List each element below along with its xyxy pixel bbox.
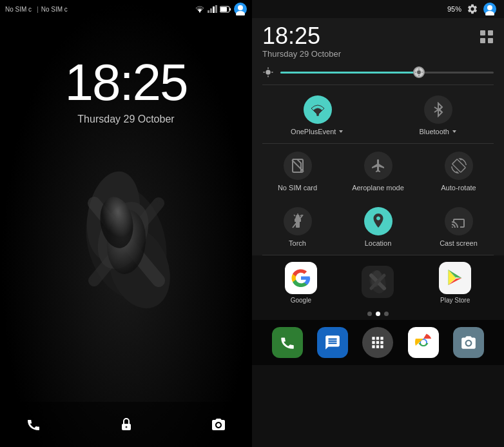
- lock-bottom-bar: [0, 402, 252, 447]
- notif-time-block: 18:25 Thursday 29 October: [262, 25, 341, 59]
- location-tile-icon: [364, 207, 393, 235]
- dock-messages[interactable]: [317, 327, 348, 358]
- playstore-icon-bg: [439, 262, 471, 294]
- signal-status-icon: [207, 5, 217, 13]
- tiles-row-3: Torch Location Cast screen: [252, 199, 504, 255]
- battery-status-icon: [220, 6, 231, 13]
- notif-date: Thursday 29 October: [262, 49, 341, 59]
- dot-1[interactable]: [367, 312, 372, 316]
- lock-screen: No SIM c | No SIM c: [0, 0, 252, 447]
- page-dots: [252, 308, 504, 320]
- torch-tile-icon: [284, 207, 312, 235]
- dock-phone[interactable]: [272, 327, 303, 358]
- brightness-row[interactable]: [252, 63, 504, 84]
- tile-nosim[interactable]: No SIM card: [257, 144, 338, 199]
- lock-time-section: 18:25 Thursday 29 October: [64, 57, 187, 125]
- camera-icon[interactable]: [211, 417, 226, 432]
- tile-aeroplane[interactable]: Aeroplane mode: [338, 144, 418, 199]
- svg-rect-27: [488, 38, 493, 43]
- tile-wifi[interactable]: OnePlusEvent: [257, 88, 378, 143]
- bt-tile-label: Bluetooth: [420, 128, 449, 135]
- svg-rect-12: [215, 5, 217, 13]
- dot-2[interactable]: [376, 312, 380, 316]
- svg-rect-15: [220, 7, 227, 12]
- brightness-thumb[interactable]: [413, 66, 425, 78]
- svg-rect-10: [210, 8, 212, 13]
- notif-header: 18:25 Thursday 29 October: [252, 18, 504, 63]
- brightness-fill: [280, 72, 419, 74]
- tile-autorotate[interactable]: Auto-rotate: [418, 144, 499, 199]
- notif-time: 18:25: [262, 25, 341, 48]
- camera-dock-icon: [460, 334, 477, 351]
- user-avatar-icon: [234, 3, 247, 15]
- svg-point-38: [316, 114, 319, 116]
- lock-time: 18:25: [64, 57, 187, 108]
- dock-camera[interactable]: [453, 327, 484, 358]
- carrier-separator: |: [37, 6, 39, 13]
- aeroplane-icon: [371, 158, 386, 174]
- messages-dock-icon: [324, 334, 341, 351]
- autorotate-tile-label: Auto-rotate: [441, 184, 476, 192]
- nosim-icon: [291, 159, 305, 173]
- app-playstore[interactable]: Play Store: [436, 262, 474, 304]
- grid-icon[interactable]: [480, 30, 494, 44]
- wifi-tile-label: OnePlusEvent: [291, 128, 336, 135]
- playstore-app-label: Play Store: [440, 297, 470, 304]
- google-app-label: Google: [291, 297, 311, 304]
- tile-castscreen[interactable]: Cast screen: [418, 199, 499, 255]
- aeroplane-tile-icon: [364, 152, 393, 180]
- svg-rect-9: [208, 10, 209, 13]
- abstract-icon: [365, 269, 391, 295]
- location-icon: [372, 214, 385, 229]
- settings-icon[interactable]: [467, 3, 478, 15]
- bottom-dock: [252, 320, 504, 365]
- wifi-icon: [310, 103, 325, 116]
- user-avatar-notif[interactable]: [483, 3, 496, 15]
- carrier2-text: No SIM c: [41, 6, 68, 13]
- playstore-logo: [445, 268, 465, 288]
- wifi-dropdown-icon[interactable]: [338, 128, 344, 135]
- chrome-dock-icon: [414, 333, 432, 352]
- autorotate-icon: [451, 158, 467, 174]
- phone-icon[interactable]: [26, 417, 41, 432]
- wifi-tile-icon: [304, 95, 332, 124]
- location-tile-label: Location: [365, 239, 392, 247]
- svg-rect-14: [229, 8, 231, 10]
- status-icons-right: [195, 3, 247, 15]
- bluetooth-icon: [432, 102, 445, 117]
- tiles-row-1: OnePlusEvent Bluetooth: [252, 85, 504, 143]
- svg-rect-24: [480, 30, 485, 35]
- aeroplane-tile-label: Aeroplane mode: [352, 184, 404, 192]
- tiles-row-2: No SIM card Aeroplane mode Auto-rotate: [252, 144, 504, 199]
- svg-point-56: [421, 340, 426, 345]
- bt-dropdown-icon[interactable]: [451, 128, 458, 135]
- brightness-low-icon: [262, 66, 274, 78]
- svg-line-42: [292, 160, 304, 172]
- autorotate-tile-icon: [445, 152, 473, 180]
- tile-bluetooth[interactable]: Bluetooth: [378, 88, 499, 143]
- svg-point-20: [125, 426, 127, 428]
- notif-status-bar: 95%: [252, 0, 504, 18]
- tile-location[interactable]: Location: [338, 199, 418, 255]
- svg-point-28: [266, 70, 271, 75]
- notification-panel: 95% 18:25 Thursday 29 October: [252, 0, 504, 447]
- dock-apps[interactable]: [362, 327, 393, 358]
- brightness-slider[interactable]: [280, 72, 494, 74]
- bt-tile-label-row: Bluetooth: [420, 128, 458, 135]
- app-google[interactable]: Google: [282, 262, 320, 304]
- nosim-tile-icon: [284, 152, 312, 180]
- cast-tile-icon: [445, 207, 473, 235]
- dot-3[interactable]: [384, 312, 389, 316]
- svg-point-33: [417, 70, 421, 74]
- sculpture-art: [62, 152, 191, 332]
- torch-icon: [291, 214, 304, 229]
- tile-torch[interactable]: Torch: [257, 199, 338, 255]
- app-abstract[interactable]: [358, 266, 397, 301]
- phone-dock-icon: [279, 334, 296, 351]
- dock-chrome[interactable]: [408, 327, 439, 358]
- lock-icon[interactable]: [119, 417, 134, 432]
- wifi-tile-label-row: OnePlusEvent: [291, 128, 344, 135]
- svg-point-22: [487, 5, 492, 10]
- svg-rect-11: [213, 6, 215, 13]
- cast-tile-label: Cast screen: [440, 239, 478, 247]
